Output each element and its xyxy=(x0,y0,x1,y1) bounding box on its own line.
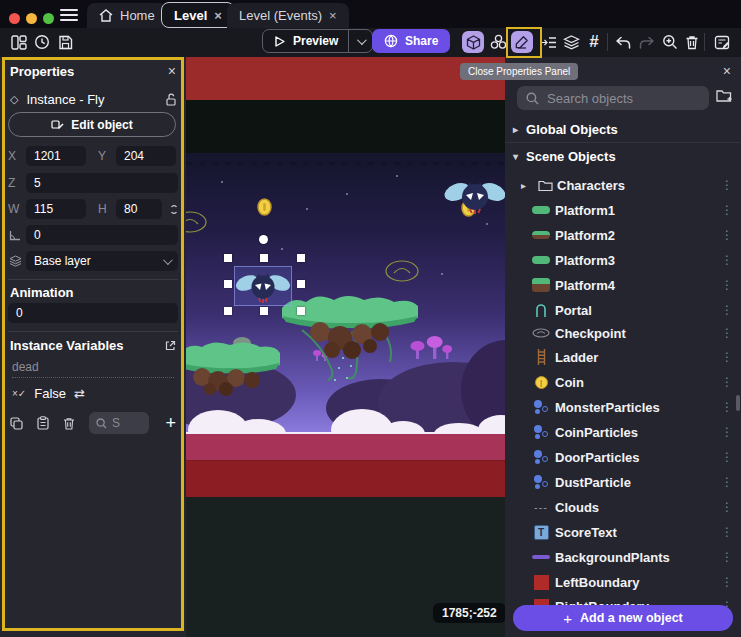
object-row[interactable]: DoorParticles ⋮ xyxy=(505,445,741,469)
kebab-menu-icon[interactable]: ⋮ xyxy=(721,253,733,267)
wireframe-object[interactable] xyxy=(186,209,208,235)
close-icon[interactable]: × xyxy=(723,63,731,79)
zoom-in-icon[interactable] xyxy=(659,31,681,53)
maximize-window-button[interactable] xyxy=(43,13,54,24)
trash-icon[interactable] xyxy=(681,31,703,53)
rotate-handle[interactable] xyxy=(259,235,268,244)
copy-icon[interactable] xyxy=(10,417,23,430)
wireframe-object[interactable] xyxy=(384,258,420,284)
object-row[interactable]: Platform1 ⋮ xyxy=(505,198,741,222)
close-tab-icon[interactable]: × xyxy=(214,8,222,23)
tab-level[interactable]: Level × xyxy=(161,2,235,28)
object-row[interactable]: Checkpoint ⋮ xyxy=(505,321,741,345)
close-icon[interactable]: × xyxy=(168,63,176,79)
resize-handle[interactable] xyxy=(224,280,232,288)
resize-handle[interactable] xyxy=(260,307,268,315)
redo-icon[interactable] xyxy=(636,31,658,53)
object-row[interactable]: Portal ⋮ xyxy=(505,298,741,322)
events-sheet-icon[interactable] xyxy=(711,31,733,53)
kebab-menu-icon[interactable]: ⋮ xyxy=(721,500,733,514)
edit-object-button[interactable]: Edit object xyxy=(8,112,176,137)
resize-handle[interactable] xyxy=(297,307,305,315)
resize-handle[interactable] xyxy=(224,307,232,315)
add-folder-icon[interactable] xyxy=(716,88,733,103)
unlock-icon[interactable] xyxy=(166,93,176,106)
object-row-characters[interactable]: ▸ Characters ⋮ xyxy=(505,173,741,197)
kebab-menu-icon[interactable]: ⋮ xyxy=(721,178,733,192)
kebab-menu-icon[interactable]: ⋮ xyxy=(721,575,733,589)
variable-search-input[interactable]: S xyxy=(89,412,149,434)
group-scene-objects[interactable]: ▾ Scene Objects xyxy=(505,143,741,169)
menu-icon[interactable] xyxy=(60,9,78,21)
add-new-object-button[interactable]: + Add a new object xyxy=(513,605,733,631)
kebab-menu-icon[interactable]: ⋮ xyxy=(721,475,733,489)
close-window-button[interactable] xyxy=(9,13,20,24)
object-row[interactable]: LeftBoundary ⋮ xyxy=(505,570,741,594)
toggle-value-icon[interactable]: ⇄ xyxy=(74,386,85,401)
kebab-menu-icon[interactable]: ⋮ xyxy=(721,550,733,564)
minimize-window-button[interactable] xyxy=(26,13,37,24)
object-row[interactable]: MonsterParticles ⋮ xyxy=(505,395,741,419)
width-field[interactable]: 115 xyxy=(26,199,86,219)
cube-3d-icon[interactable] xyxy=(462,31,484,53)
object-row[interactable]: Ladder ⋮ xyxy=(505,345,741,369)
kebab-menu-icon[interactable]: ⋮ xyxy=(721,350,733,364)
close-tab-icon[interactable]: × xyxy=(329,8,337,23)
variable-value[interactable]: False xyxy=(34,386,66,401)
fly-instance[interactable] xyxy=(444,179,506,215)
height-field[interactable]: 80 xyxy=(116,199,162,219)
preview-dropdown-button[interactable] xyxy=(348,30,372,52)
object-row[interactable]: | Coin ⋮ xyxy=(505,370,741,394)
instance-list-icon[interactable] xyxy=(538,31,560,53)
save-icon[interactable] xyxy=(54,31,76,53)
unlink-aspect-ratio-icon[interactable] xyxy=(170,203,178,216)
object-row[interactable]: T ScoreText ⋮ xyxy=(505,520,741,544)
tab-home[interactable]: Home xyxy=(87,3,167,28)
layers-icon[interactable] xyxy=(560,31,582,53)
object-row[interactable]: Platform2 ⋮ xyxy=(505,223,741,247)
delete-variable-icon[interactable] xyxy=(63,417,75,430)
angle-field[interactable]: 0 xyxy=(26,225,178,245)
variable-name[interactable]: dead xyxy=(12,360,174,378)
history-icon[interactable] xyxy=(31,31,53,53)
kebab-menu-icon[interactable]: ⋮ xyxy=(721,278,733,292)
object-row[interactable]: --- Clouds ⋮ xyxy=(505,495,741,519)
z-field[interactable]: 5 xyxy=(26,173,178,193)
object-row[interactable]: Platform3 ⋮ xyxy=(505,248,741,272)
coin-instance[interactable] xyxy=(257,198,272,216)
undo-icon[interactable] xyxy=(612,31,634,53)
layer-select[interactable]: Base layer xyxy=(26,251,178,271)
object-row[interactable]: BackgroundPlants ⋮ xyxy=(505,545,741,569)
resize-handle[interactable] xyxy=(297,254,305,262)
resize-handle[interactable] xyxy=(224,254,232,262)
kebab-menu-icon[interactable]: ⋮ xyxy=(721,525,733,539)
kebab-menu-icon[interactable]: ⋮ xyxy=(721,326,733,340)
x-field[interactable]: 1201 xyxy=(26,146,86,166)
platform-instance[interactable] xyxy=(186,335,280,397)
group-global-objects[interactable]: ▸ Global Objects xyxy=(505,117,741,143)
kebab-menu-icon[interactable]: ⋮ xyxy=(721,375,733,389)
scrollbar-thumb[interactable] xyxy=(736,395,740,411)
kebab-menu-icon[interactable]: ⋮ xyxy=(721,400,733,414)
add-variable-button[interactable]: + xyxy=(165,413,176,434)
kebab-menu-icon[interactable]: ⋮ xyxy=(721,450,733,464)
resize-handle[interactable] xyxy=(260,254,268,262)
object-row[interactable]: DustParticle ⋮ xyxy=(505,470,741,494)
y-field[interactable]: 204 xyxy=(116,146,176,166)
kebab-menu-icon[interactable]: ⋮ xyxy=(721,425,733,439)
grid-icon[interactable]: # xyxy=(583,31,605,53)
kebab-menu-icon[interactable]: ⋮ xyxy=(721,228,733,242)
object-row[interactable]: Platform4 ⋮ xyxy=(505,273,741,297)
selected-fly-instance[interactable] xyxy=(236,271,290,305)
objects-search-input[interactable]: Search objects xyxy=(517,86,709,110)
preview-button[interactable]: Preview xyxy=(262,29,373,53)
pencil-icon[interactable] xyxy=(511,31,533,53)
open-in-editor-icon[interactable] xyxy=(165,340,176,351)
animation-field[interactable]: 0 xyxy=(8,303,178,323)
kebab-menu-icon[interactable]: ⋮ xyxy=(721,303,733,317)
object-row[interactable]: CoinParticles ⋮ xyxy=(505,420,741,444)
kebab-menu-icon[interactable]: ⋮ xyxy=(721,203,733,217)
tab-level-events[interactable]: Level (Events) × xyxy=(227,3,349,28)
platform-instance[interactable] xyxy=(282,290,418,390)
object-group-icon[interactable] xyxy=(487,31,509,53)
